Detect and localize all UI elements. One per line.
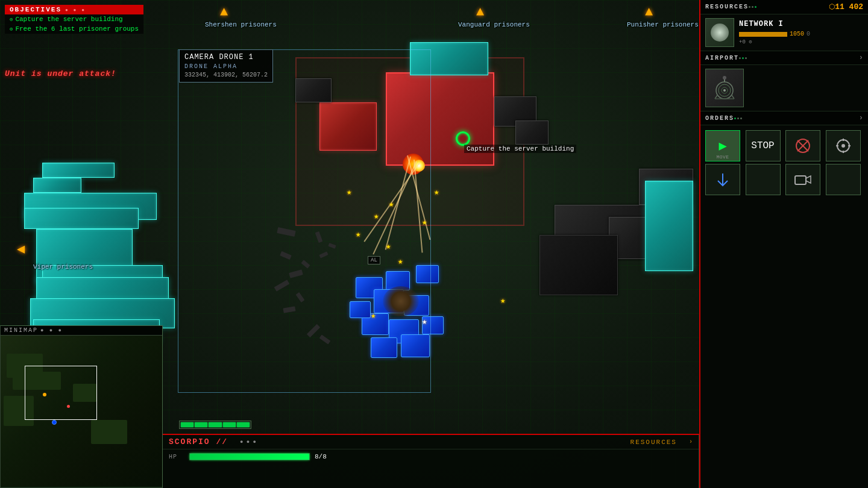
minimap[interactable]: MINIMAP ● ● ● xyxy=(0,325,163,488)
network-bar-value: 1050 xyxy=(790,31,804,37)
hp-bar-container: 8/8 xyxy=(189,453,327,460)
currency-icon: ⬡ xyxy=(829,2,835,11)
teal-building-right-1 xyxy=(645,181,693,271)
resources-section: RESOURCES ⬡ 11 402 NETWORK I 1050 0 xyxy=(700,0,868,51)
network-info: NETWORK I 1050 0 +0 ⊙ xyxy=(739,20,863,45)
order-btn-move[interactable]: ▶ MOVE xyxy=(705,130,740,161)
resource-count: 11 402 xyxy=(835,2,863,11)
unit-name: SCORPIO // xyxy=(169,437,228,446)
star-marker-8: ★ xyxy=(398,256,403,266)
battery-cell-1 xyxy=(181,422,193,427)
svg-line-6 xyxy=(715,95,717,99)
order-btn-empty-2[interactable] xyxy=(826,164,861,195)
game-viewport[interactable]: AL ★ ★ ★ ★ ★ ★ ★ ★ ★ ★ ★ CAMERA DRONE 1 … xyxy=(0,0,699,488)
airport-dot-2 xyxy=(742,57,744,59)
network-item[interactable]: NETWORK I 1050 0 +0 ⊙ xyxy=(700,14,868,51)
unit-status-bar: ● ● ● xyxy=(240,439,256,445)
airport-dots xyxy=(739,57,747,59)
star-marker-white-1: ★ xyxy=(422,316,427,327)
teal-building-left-2 xyxy=(24,208,139,229)
camera-icon xyxy=(794,174,811,186)
svg-marker-19 xyxy=(806,176,811,183)
resources-header: RESOURCES ⬡ 11 402 xyxy=(700,0,868,14)
unit-tooltip-al: AL xyxy=(368,256,380,264)
unit-header-dots: ● ● ● xyxy=(240,439,256,445)
battery-bar xyxy=(179,421,251,429)
objective-circle xyxy=(456,131,470,146)
orders-title: ORDERS xyxy=(705,115,734,122)
bottom-panel: SCORPIO // ● ● ● RESOURCES › HP 8/8 xyxy=(163,434,699,488)
punisher-arrow: ▲ xyxy=(645,5,653,20)
airport-content xyxy=(700,65,868,111)
dark-vehicle-cluster xyxy=(539,235,618,295)
network-bar-zero: 0 xyxy=(807,31,810,37)
move-icon: ▶ xyxy=(719,138,726,154)
minimap-content[interactable] xyxy=(1,336,162,486)
battery-cell-4 xyxy=(223,422,236,427)
orders-section: ORDERS › ▶ MOVE STOP xyxy=(700,111,868,488)
drone-title: CAMERA DRONE 1 xyxy=(184,52,268,63)
airport-header: AIRPORT › xyxy=(700,51,868,65)
star-marker-9: ★ xyxy=(500,295,505,305)
dark-structure-1 xyxy=(295,78,332,102)
objective-item-1: Capture the server building xyxy=(5,14,143,24)
svg-point-13 xyxy=(841,144,845,148)
star-marker-3: ★ xyxy=(356,229,360,239)
move-label: MOVE xyxy=(706,154,740,160)
objectives-title: OBJECTIVES xyxy=(10,6,61,13)
order-btn-attack[interactable] xyxy=(785,130,820,161)
star-marker-10: ★ xyxy=(371,310,376,321)
order-btn-follow[interactable] xyxy=(826,130,861,161)
airport-thumbnail xyxy=(705,69,744,107)
resources-title: RESOURCES xyxy=(705,4,749,10)
vanguard-arrow-container: ▲ xyxy=(476,5,484,20)
blue-unit-9[interactable] xyxy=(371,337,397,358)
resources-arrow-bottom: › xyxy=(689,439,693,445)
follow-icon xyxy=(835,137,852,154)
star-marker-2: ★ xyxy=(374,211,379,221)
airport-dot-1 xyxy=(739,57,741,59)
orders-buttons-grid: ▶ MOVE STOP xyxy=(700,125,868,200)
resources-dots xyxy=(749,6,756,8)
blue-unit-10[interactable] xyxy=(401,334,430,357)
blue-unit-11[interactable] xyxy=(350,301,371,318)
battery-cell-3 xyxy=(209,422,221,427)
blue-unit-4[interactable] xyxy=(416,265,439,283)
network-title: NETWORK I xyxy=(739,20,863,28)
svg-line-7 xyxy=(732,95,734,99)
dark-structure-3 xyxy=(515,120,549,145)
player-units-cluster[interactable]: AL xyxy=(338,265,446,361)
star-marker-1: ★ xyxy=(347,187,351,197)
order-btn-stop[interactable]: STOP xyxy=(746,130,781,161)
airport-title: AIRPORT xyxy=(705,55,739,61)
hp-value: 8/8 xyxy=(315,453,327,460)
shershen-arrow: ▲ xyxy=(220,5,228,20)
objective-text-1: Capture the server building xyxy=(15,16,122,23)
airport-section[interactable]: AIRPORT › xyxy=(700,51,868,111)
orders-arrow: › xyxy=(859,114,863,122)
resources-label-bottom: RESOURCES xyxy=(631,439,677,446)
orders-dot-2 xyxy=(737,117,739,119)
attack-warning: Unit is under attack! xyxy=(5,69,116,78)
red-building-small xyxy=(319,102,377,151)
objective-item-2: Free the 6 last prisoner groups xyxy=(5,24,143,34)
minimap-title: MINIMAP xyxy=(4,327,38,334)
explosion-debris-center xyxy=(383,286,419,316)
attack-icon xyxy=(794,137,811,154)
order-btn-camera[interactable] xyxy=(785,164,820,195)
unit-scorpio-header: SCORPIO // ● ● ● RESOURCES › xyxy=(163,435,699,449)
hp-label: HP xyxy=(169,454,177,460)
hp-bar xyxy=(189,453,310,460)
star-marker-7: ★ xyxy=(386,241,391,251)
viper-arrow: ◀ xyxy=(17,241,25,257)
teal-building-top xyxy=(410,42,488,75)
battery-cell-2 xyxy=(195,422,207,427)
order-btn-empty-1[interactable] xyxy=(746,164,781,195)
satellite-dish-icon xyxy=(710,74,739,102)
drone-info-panel: CAMERA DRONE 1 DRONE ALPHA 332345, 41390… xyxy=(179,49,273,83)
unit-stats: HP 8/8 xyxy=(163,449,699,464)
network-plus-info: +0 ⊙ xyxy=(739,39,863,45)
order-btn-capture[interactable] xyxy=(705,164,740,195)
network-dome xyxy=(711,23,729,42)
dot-3 xyxy=(755,6,756,8)
